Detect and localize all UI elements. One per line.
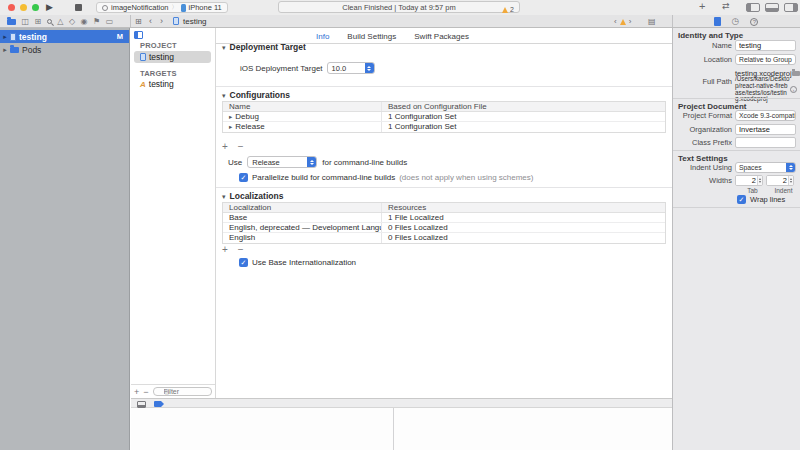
project-section-header: PROJECT bbox=[140, 41, 177, 50]
navigator-row-testing[interactable]: ▸ testing M bbox=[0, 30, 129, 43]
run-button[interactable]: ▶ bbox=[46, 1, 53, 14]
tab-overview-icon[interactable]: ⊞ bbox=[135, 17, 142, 26]
organization-field[interactable] bbox=[735, 124, 796, 135]
indent-using-label: Indent Using bbox=[673, 163, 735, 172]
toggle-navigator-button[interactable] bbox=[746, 3, 760, 12]
toggle-inspectors-button[interactable] bbox=[784, 3, 798, 12]
previous-issue-button[interactable]: ‹ bbox=[614, 17, 617, 26]
wrap-lines-label: Wrap lines bbox=[750, 195, 785, 204]
disclosure-icon[interactable]: ▸ bbox=[0, 33, 10, 41]
library-button[interactable]: + bbox=[699, 0, 705, 12]
checkbox-checked[interactable]: ✓ bbox=[239, 173, 248, 182]
tab-width-stepper[interactable] bbox=[735, 175, 763, 186]
remove-button[interactable]: − bbox=[238, 142, 244, 152]
folder-icon[interactable] bbox=[792, 71, 800, 76]
zoom-window-icon[interactable] bbox=[32, 4, 39, 11]
add-button[interactable]: + bbox=[222, 142, 228, 152]
reveal-in-finder-icon[interactable]: › bbox=[790, 86, 797, 93]
back-button[interactable]: ‹ bbox=[149, 16, 152, 26]
find-navigator-icon[interactable] bbox=[47, 19, 52, 24]
configurations-section-header[interactable]: ▾Configurations bbox=[222, 90, 290, 100]
toolbar: ▶ imageNotification 〉 iPhone 11 Clean Fi… bbox=[0, 0, 800, 15]
warning-badge[interactable]: 2 bbox=[502, 4, 514, 15]
debug-navigator-icon[interactable]: ◉ bbox=[81, 17, 88, 26]
report-navigator-icon[interactable]: ▭ bbox=[106, 17, 114, 26]
test-navigator-icon[interactable]: ◇ bbox=[69, 17, 75, 26]
close-window-icon[interactable] bbox=[8, 4, 15, 11]
tab-build-settings[interactable]: Build Settings bbox=[347, 32, 396, 41]
command-line-builds-row: Use Release for command-line builds bbox=[228, 156, 407, 168]
add-button[interactable]: + bbox=[134, 387, 139, 397]
table-row[interactable]: Base 1 File Localized bbox=[223, 213, 665, 223]
indent-width-input[interactable] bbox=[767, 176, 788, 185]
toggle-debug-area-button[interactable] bbox=[765, 3, 779, 12]
disclosure-icon[interactable]: ▸ bbox=[229, 113, 232, 120]
indent-using-row: Indent Using Spaces bbox=[673, 162, 796, 173]
disclosure-icon[interactable]: ▾ bbox=[222, 92, 226, 99]
hide-debug-area-icon[interactable] bbox=[137, 401, 146, 408]
breakpoint-navigator-icon[interactable]: ⚑ bbox=[93, 17, 100, 26]
disclosure-icon[interactable]: ▾ bbox=[222, 193, 226, 200]
indent-width-stepper[interactable] bbox=[766, 175, 794, 186]
console-view[interactable] bbox=[394, 408, 672, 450]
project-navigator-icon[interactable] bbox=[7, 19, 16, 25]
navigator-row-pods[interactable]: ▸ Pods bbox=[0, 43, 129, 56]
indent-using-dropdown[interactable]: Spaces bbox=[735, 162, 796, 173]
table-row[interactable]: ▸Debug 1 Configuration Set bbox=[223, 112, 665, 122]
project-format-dropdown[interactable]: Xcode 9.3-compatible bbox=[735, 110, 796, 121]
editor-options-icon[interactable]: ▤ bbox=[648, 17, 656, 26]
forward-button[interactable]: › bbox=[160, 16, 163, 26]
tab-width-input[interactable] bbox=[736, 176, 757, 185]
localizations-section-header[interactable]: ▾Localizations bbox=[222, 191, 283, 201]
toggle-projects-list-icon[interactable] bbox=[134, 31, 143, 39]
xcode-window: ▶ imageNotification 〉 iPhone 11 Clean Fi… bbox=[0, 0, 800, 450]
disclosure-icon[interactable]: ▸ bbox=[0, 46, 10, 54]
variables-view[interactable] bbox=[131, 408, 393, 450]
table-row[interactable]: English, deprecated — Development Langua… bbox=[223, 223, 665, 233]
issue-navigator-icon[interactable]: △ bbox=[57, 17, 63, 26]
stop-button[interactable] bbox=[75, 4, 82, 11]
remove-button[interactable]: − bbox=[238, 245, 244, 255]
disclosure-icon[interactable]: ▾ bbox=[222, 44, 226, 51]
table-row[interactable]: ▸Release 1 Configuration Set bbox=[223, 122, 665, 132]
deployment-target-row: iOS Deployment Target 10.0 bbox=[240, 62, 375, 74]
projects-targets-panel: PROJECT testing TARGETS A testing + − ◎ bbox=[131, 28, 216, 398]
location-dropdown[interactable]: Relative to Group bbox=[735, 54, 796, 65]
minimize-window-icon[interactable] bbox=[20, 4, 27, 11]
symbol-navigator-icon[interactable]: ⊞ bbox=[35, 17, 42, 26]
filter-input[interactable] bbox=[153, 387, 212, 396]
scheme-target-label: imageNotification bbox=[111, 3, 169, 12]
name-field[interactable] bbox=[735, 40, 796, 51]
tab-info[interactable]: Info bbox=[316, 32, 329, 41]
checkbox-checked[interactable]: ✓ bbox=[239, 258, 248, 267]
source-control-navigator-icon[interactable]: ◫ bbox=[22, 17, 30, 26]
project-format-row: Project Format Xcode 9.3-compatible bbox=[673, 110, 796, 121]
editor-layout-button[interactable]: ⇄ bbox=[722, 1, 730, 11]
navigator-tab-strip: ◫ ⊞ △ ◇ ◉ ⚑ ▭ bbox=[7, 15, 113, 28]
history-inspector-icon[interactable]: ◷ bbox=[732, 17, 740, 26]
deployment-target-section-header[interactable]: ▾Deployment Target bbox=[222, 42, 306, 52]
target-icon bbox=[102, 5, 108, 11]
checkbox-checked[interactable]: ✓ bbox=[737, 195, 746, 204]
remove-button[interactable]: − bbox=[143, 387, 148, 397]
tab-title[interactable]: testing bbox=[183, 15, 207, 28]
target-item[interactable]: A testing bbox=[134, 78, 211, 90]
project-item[interactable]: testing bbox=[134, 51, 211, 63]
ios-deployment-target-dropdown[interactable]: 10.0 bbox=[327, 62, 375, 74]
disclosure-icon[interactable]: ▸ bbox=[229, 123, 232, 130]
next-issue-button[interactable]: › bbox=[629, 17, 632, 26]
organization-label: Organization bbox=[673, 125, 735, 134]
warning-icon[interactable] bbox=[620, 19, 626, 25]
quick-help-inspector-icon[interactable]: ? bbox=[750, 18, 758, 26]
organization-row: Organization bbox=[673, 124, 796, 135]
add-button[interactable]: + bbox=[222, 245, 228, 255]
class-prefix-field[interactable] bbox=[735, 137, 796, 148]
tab-swift-packages[interactable]: Swift Packages bbox=[414, 32, 469, 41]
command-line-configuration-dropdown[interactable]: Release bbox=[247, 156, 317, 168]
project-file-icon bbox=[10, 47, 19, 53]
scheme-selector[interactable]: imageNotification 〉 iPhone 11 bbox=[96, 2, 228, 13]
table-row[interactable]: English 0 Files Localized bbox=[223, 233, 665, 243]
breakpoints-toggle-icon[interactable] bbox=[154, 401, 164, 407]
file-inspector-icon[interactable] bbox=[714, 17, 721, 26]
targets-section-header: TARGETS bbox=[140, 69, 177, 78]
